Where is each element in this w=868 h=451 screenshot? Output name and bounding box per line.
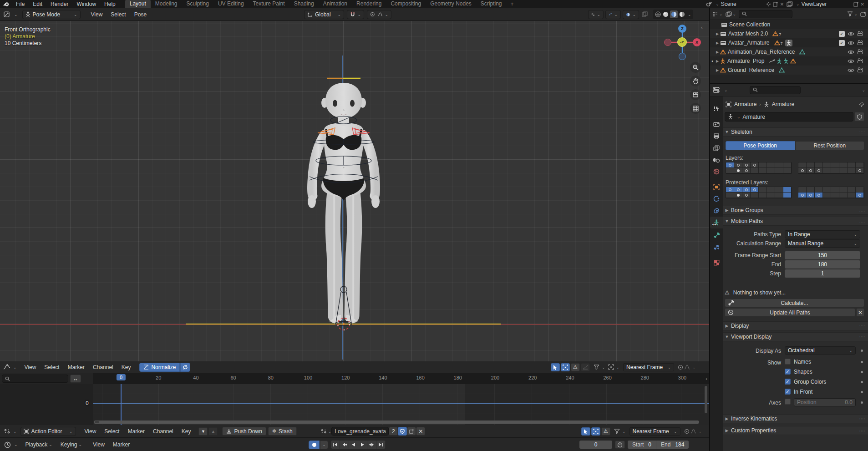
outliner-item-name[interactable]: Armature_Prop (727, 58, 764, 64)
graph-ruler[interactable]: ↔ 02040608010012014016018020022024026028… (0, 373, 709, 384)
outliner-item-name[interactable]: Avatar_Armature (728, 40, 770, 46)
panel-motion-paths[interactable]: ▼Motion Paths:::: (723, 217, 868, 226)
falloff-curve-icon[interactable] (684, 365, 690, 370)
fake-user-shield-button[interactable] (854, 112, 864, 122)
viewport-3d[interactable]: Front Orthographic (0) Armature 10 Centi… (0, 21, 709, 361)
filter-chevron[interactable]: ⌄ (622, 429, 626, 434)
bone-layer-cell[interactable] (823, 187, 831, 193)
graph-canvas[interactable]: 0 (0, 384, 709, 425)
meshdata-icon[interactable] (779, 67, 785, 73)
jump-to-start-button[interactable] (331, 441, 340, 449)
pose2-icon[interactable] (783, 58, 789, 64)
show-gizmo-toggle[interactable]: ⌄ (588, 10, 604, 19)
bone-layer-cell[interactable] (798, 187, 807, 193)
action-icon[interactable] (320, 428, 327, 434)
previous-keyframe-button[interactable] (340, 441, 349, 449)
new-viewlayer-icon[interactable] (853, 1, 859, 7)
properties-editor-chevron[interactable]: ⌄ (724, 88, 728, 92)
pose-position-button[interactable]: Pose Position (726, 141, 795, 150)
panel-bone-groups[interactable]: ▶Bone Groups:::: (723, 206, 868, 215)
viewlayer-selector-chevron[interactable]: ⌄ (796, 2, 800, 6)
falloff-chevron[interactable]: ⌄ (692, 365, 696, 370)
bone-layer-cell[interactable] (839, 187, 848, 193)
show-errors-toggle[interactable]: ⚠ (571, 363, 580, 371)
bone-layer-cell[interactable] (839, 193, 848, 198)
tab-geometry-nodes[interactable]: Geometry Nodes (426, 0, 476, 8)
use-preview-range-stopwatch-button[interactable] (615, 441, 625, 449)
move-action-down-button[interactable]: ▼ (198, 427, 208, 436)
collapse-region-icon[interactable]: ‹ (706, 376, 707, 381)
tab-rendering[interactable]: Rendering (352, 0, 386, 8)
paths-type-field[interactable]: In Range⌄ (785, 230, 860, 238)
collapse-region-icon[interactable]: ‹ (701, 25, 703, 30)
bone-layer-cell[interactable] (742, 168, 751, 173)
bone-layer-cell[interactable] (742, 162, 751, 168)
bone-layer-cell[interactable] (839, 162, 848, 168)
shading-dropdown-chevron[interactable]: ⌄ (688, 12, 691, 17)
end-label[interactable]: End (661, 441, 670, 448)
viewport-menu-select[interactable]: Select (107, 11, 130, 18)
animate-dot[interactable] (861, 361, 863, 363)
expand-arrow-icon[interactable]: ▶ (715, 41, 720, 45)
bone-layer-cell[interactable] (734, 187, 742, 193)
scene-icon[interactable] (706, 1, 712, 7)
expand-arrow-icon[interactable]: ▶ (715, 50, 720, 54)
calculate-button[interactable]: Calculate... (725, 299, 864, 307)
axes-checkbox[interactable] (785, 399, 791, 405)
armature-icon[interactable] (785, 40, 792, 46)
outliner-item-name[interactable]: Scene Collection (729, 21, 770, 28)
panel-custom-properties[interactable]: ▶Custom Properties:::: (723, 426, 868, 435)
graph-menu-channel[interactable]: Channel (89, 364, 117, 370)
bone-layer-cell[interactable] (775, 162, 783, 168)
solid-shading-icon[interactable] (662, 11, 669, 18)
bone-layer-cell[interactable] (823, 162, 831, 168)
pivot-chevron[interactable]: ⌄ (616, 365, 620, 370)
viewlayer-icon[interactable] (787, 1, 793, 7)
normalize-auto-refresh-icon[interactable] (180, 363, 190, 372)
zoom-tool-icon[interactable] (690, 62, 701, 73)
animate-dot[interactable] (861, 350, 863, 352)
bone-layer-cell[interactable] (734, 193, 742, 198)
bone-layer-cell[interactable] (783, 193, 792, 198)
bone-layer-cell[interactable] (726, 193, 734, 198)
bone-layer-cell[interactable] (831, 168, 839, 173)
properties-tab-render[interactable] (710, 118, 723, 130)
remove-viewlayer-icon[interactable]: ✕ (861, 2, 864, 7)
scene-name[interactable]: Scene (721, 1, 764, 7)
menu-render[interactable]: Render (46, 1, 72, 7)
new-collection-icon[interactable] (860, 11, 866, 17)
filter-chevron[interactable]: ⌄ (602, 365, 605, 370)
viewport-menu-pose[interactable]: Pose (130, 11, 151, 18)
properties-tab-output[interactable] (710, 130, 723, 142)
move-action-up-button[interactable]: ▲ (208, 427, 218, 436)
viewport-menu-view[interactable]: View (87, 11, 107, 18)
bone-layer-cell[interactable] (848, 168, 856, 173)
filter-funnel-icon[interactable] (614, 429, 620, 434)
outliner-item-name[interactable]: Ground_Reference (728, 67, 774, 73)
add-workspace-button[interactable]: + (507, 1, 518, 7)
playhead-line[interactable] (121, 384, 122, 425)
bone-layer-cell[interactable] (839, 168, 848, 173)
new-action-copy-button[interactable] (407, 427, 416, 436)
bone-layer-cell[interactable] (767, 168, 775, 173)
xray-toggle-icon[interactable] (642, 11, 648, 17)
action-fake-user-shield-button[interactable] (398, 427, 407, 436)
animate-dot[interactable] (861, 381, 863, 383)
bone-layer-cell[interactable] (726, 162, 734, 168)
menu-help[interactable]: Help (100, 1, 120, 7)
outliner-filter-display-icon[interactable] (726, 11, 732, 17)
bone-layer-cell[interactable] (807, 168, 815, 173)
menu-file[interactable]: File (12, 1, 29, 7)
mesh-data-icon[interactable] (772, 31, 778, 36)
scene-selector-chevron[interactable]: ⌄ (716, 2, 719, 6)
editor-type-properties-icon[interactable] (713, 87, 720, 93)
bone-layer-cell[interactable] (775, 168, 783, 173)
channel-search-input[interactable] (2, 375, 68, 383)
bone-layer-cell[interactable] (831, 162, 839, 168)
next-keyframe-button[interactable] (367, 441, 376, 449)
graph-menu-marker[interactable]: Marker (64, 364, 89, 370)
disable-render-camera-icon[interactable] (857, 58, 863, 64)
properties-tab-constraints[interactable] (710, 205, 723, 217)
start-value[interactable]: 0 (648, 441, 651, 448)
bone-layer-cell[interactable] (807, 187, 815, 193)
